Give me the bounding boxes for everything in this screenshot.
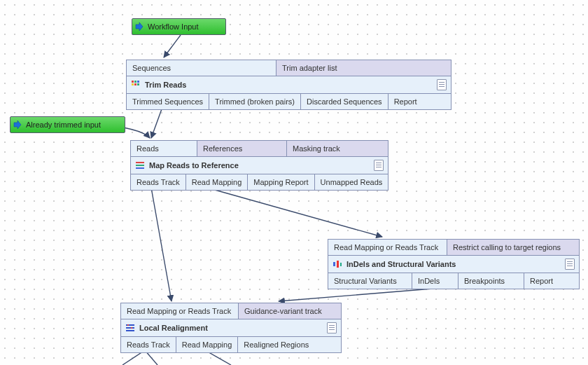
input-workflow-input[interactable]: Workflow Input <box>132 18 226 35</box>
port-report[interactable]: Report <box>388 94 451 109</box>
port-references[interactable]: References <box>197 141 287 156</box>
document-icon[interactable] <box>565 259 575 270</box>
node-indels-and-structural-variants[interactable]: Read Mapping or Reads Track Restrict cal… <box>328 239 580 289</box>
port-read-mapping[interactable]: Read Mapping <box>186 174 248 190</box>
input-label: Workflow Input <box>148 19 199 34</box>
port-masking-track[interactable]: Masking track <box>287 141 388 156</box>
port-guidance-variant-track[interactable]: Guidance-variant track <box>239 303 341 319</box>
document-icon[interactable] <box>437 79 447 90</box>
svg-rect-9 <box>333 262 335 266</box>
svg-rect-10 <box>337 261 339 268</box>
input-arrow-icon <box>13 120 23 130</box>
svg-rect-3 <box>132 83 134 85</box>
svg-rect-4 <box>134 83 136 85</box>
port-read-mapping[interactable]: Read Mapping <box>176 337 239 352</box>
port-structural-variants[interactable]: Structural Variants <box>328 273 412 289</box>
port-report[interactable]: Report <box>524 273 579 289</box>
port-reads-track[interactable]: Reads Track <box>131 174 186 190</box>
port-read-mapping-or-reads-track[interactable]: Read Mapping or Reads Track <box>121 303 239 319</box>
svg-rect-13 <box>126 327 134 329</box>
svg-rect-1 <box>134 81 136 83</box>
port-unmapped-reads[interactable]: Unmapped Reads <box>315 174 388 190</box>
port-trim-adapter-list[interactable]: Trim adapter list <box>276 60 451 76</box>
svg-rect-14 <box>126 330 134 331</box>
port-read-mapping-or-reads-track[interactable]: Read Mapping or Reads Track <box>328 240 447 255</box>
svg-rect-16 <box>131 327 132 329</box>
port-reads[interactable]: Reads <box>131 141 197 156</box>
node-local-realignment[interactable]: Read Mapping or Reads Track Guidance-var… <box>120 303 342 353</box>
svg-rect-15 <box>127 324 129 326</box>
indels-icon <box>332 259 342 269</box>
svg-rect-5 <box>137 83 139 85</box>
svg-rect-11 <box>340 263 342 266</box>
port-restrict-calling[interactable]: Restrict calling to target regions <box>447 240 579 255</box>
node-title: Map Reads to Reference <box>149 157 239 174</box>
port-discarded-sequences[interactable]: Discarded Sequences <box>301 94 388 109</box>
document-icon[interactable] <box>327 322 337 333</box>
input-arrow-icon <box>135 22 145 32</box>
port-breakpoints[interactable]: Breakpoints <box>458 273 524 289</box>
port-trimmed-broken-pairs[interactable]: Trimmed (broken pairs) <box>209 94 301 109</box>
document-icon[interactable] <box>374 160 384 171</box>
trim-icon <box>131 80 141 90</box>
map-icon <box>135 160 145 170</box>
node-title: Local Realignment <box>139 319 208 336</box>
node-title: Trim Reads <box>145 76 186 93</box>
svg-rect-12 <box>126 324 134 326</box>
port-sequences[interactable]: Sequences <box>127 60 276 76</box>
port-reads-track[interactable]: Reads Track <box>121 337 176 352</box>
port-indels[interactable]: InDels <box>412 273 458 289</box>
node-map-reads-to-reference[interactable]: Reads References Masking track Map Reads… <box>130 140 388 191</box>
input-label: Already trimmed input <box>26 117 101 132</box>
port-realigned-regions[interactable]: Realigned Regions <box>238 337 341 352</box>
node-trim-reads[interactable]: Sequences Trim adapter list Trim Reads T… <box>126 60 451 110</box>
input-already-trimmed[interactable]: Already trimmed input <box>10 116 125 133</box>
realign-icon <box>125 323 135 333</box>
svg-rect-2 <box>137 81 139 83</box>
node-title: InDels and Structural Variants <box>346 256 456 273</box>
port-mapping-report[interactable]: Mapping Report <box>248 174 314 190</box>
svg-rect-0 <box>132 81 134 83</box>
port-trimmed-sequences[interactable]: Trimmed Sequences <box>127 94 209 109</box>
